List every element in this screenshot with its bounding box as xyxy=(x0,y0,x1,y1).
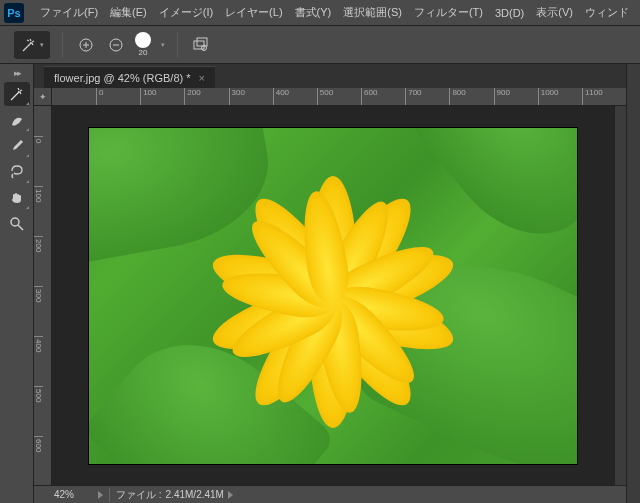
ruler-tick: 200 xyxy=(34,236,43,286)
ruler-tick: 300 xyxy=(229,88,273,106)
menu-image[interactable]: イメージ(I) xyxy=(153,5,219,20)
menu-3d[interactable]: 3D(D) xyxy=(489,7,530,19)
document-tab[interactable]: flower.jpg @ 42% (RGB/8) * × xyxy=(44,66,215,88)
ruler-tick: 1000 xyxy=(538,88,582,106)
right-panel-strip[interactable] xyxy=(626,64,640,503)
flyout-icon[interactable]: ▾ xyxy=(161,41,165,49)
document-tab-bar: flower.jpg @ 42% (RGB/8) * × xyxy=(34,64,626,88)
menu-edit[interactable]: 編集(E) xyxy=(104,5,153,20)
menu-type[interactable]: 書式(Y) xyxy=(289,5,338,20)
subtract-from-selection-button[interactable] xyxy=(105,34,127,56)
svg-point-7 xyxy=(11,218,19,226)
hand-icon xyxy=(8,189,26,207)
brush-tool-alt[interactable] xyxy=(4,134,30,158)
ruler-tick: 800 xyxy=(449,88,493,106)
tab-title: flower.jpg @ 42% (RGB/8) * xyxy=(54,72,191,84)
ruler-tick: 600 xyxy=(34,436,43,485)
doc-size-label: ファイル : xyxy=(116,488,162,502)
workspace: flower.jpg @ 42% (RGB/8) * × ✦ 0 100 200… xyxy=(34,64,626,503)
doc-size-value: 2.41M/2.41M xyxy=(166,489,224,500)
ruler-tick: 400 xyxy=(34,336,43,386)
wand-icon xyxy=(8,85,26,103)
svg-rect-3 xyxy=(194,41,204,49)
vertical-ruler[interactable]: 0 100 200 300 400 500 600 700 xyxy=(34,106,52,485)
menu-filter[interactable]: フィルター(T) xyxy=(408,5,489,20)
ruler-tick: 900 xyxy=(494,88,538,106)
menu-select[interactable]: 選択範囲(S) xyxy=(337,5,408,20)
svg-point-0 xyxy=(30,42,32,44)
flyout-icon[interactable] xyxy=(228,491,233,499)
ruler-origin[interactable]: ✦ xyxy=(34,88,52,106)
document-area: ✦ 0 100 200 300 400 500 600 700 800 900 … xyxy=(34,88,626,503)
flyout-icon: ▾ xyxy=(40,41,44,49)
layers-sample-icon xyxy=(192,36,210,54)
zoom-field[interactable]: 42% xyxy=(34,489,94,500)
add-to-selection-button[interactable] xyxy=(75,34,97,56)
brush-preview-icon xyxy=(135,32,151,48)
sunflower xyxy=(183,152,483,452)
lasso-icon xyxy=(8,163,26,181)
menu-window[interactable]: ウィンド xyxy=(579,5,635,20)
options-bar: ▾ 20 ▾ xyxy=(0,26,640,64)
collapse-toolbar-icon[interactable]: ▸▸ xyxy=(14,68,20,80)
menu-view[interactable]: 表示(V) xyxy=(530,5,579,20)
canvas-viewport[interactable] xyxy=(52,106,614,485)
horizontal-ruler[interactable]: 0 100 200 300 400 500 600 700 800 900 10… xyxy=(52,88,626,106)
hand-tool[interactable] xyxy=(4,186,30,210)
ruler-tick: 200 xyxy=(184,88,228,106)
wand-icon xyxy=(20,36,38,54)
brush-icon xyxy=(8,111,26,129)
magnifier-icon xyxy=(8,215,26,233)
canvas-image[interactable] xyxy=(89,128,577,464)
plus-target-icon xyxy=(78,37,94,53)
flyout-icon[interactable] xyxy=(98,491,103,499)
ruler-tick: 700 xyxy=(405,88,449,106)
app-logo: Ps xyxy=(4,3,24,23)
ruler-tick: 0 xyxy=(96,88,140,106)
vertical-scrollbar[interactable] xyxy=(614,106,626,485)
ruler-tick: 300 xyxy=(34,286,43,336)
svg-rect-4 xyxy=(197,38,207,46)
menu-bar: Ps ファイル(F) 編集(E) イメージ(I) レイヤー(L) 書式(Y) 選… xyxy=(0,0,640,26)
brush-tool[interactable] xyxy=(4,108,30,132)
zoom-tool[interactable] xyxy=(4,212,30,236)
ruler-tick: 1100 xyxy=(582,88,626,106)
ruler-tick: 0 xyxy=(34,136,43,186)
status-bar: 42% ファイル : 2.41M/2.41M xyxy=(34,485,626,503)
tools-panel: ▸▸ xyxy=(0,64,34,503)
menu-layer[interactable]: レイヤー(L) xyxy=(219,5,288,20)
tab-close-button[interactable]: × xyxy=(199,72,205,84)
brush-preset[interactable]: 20 xyxy=(135,32,151,57)
brush-size-label: 20 xyxy=(139,48,148,57)
divider xyxy=(109,488,110,502)
ruler-tick: 400 xyxy=(273,88,317,106)
paintbrush-icon xyxy=(8,137,26,155)
ruler-tick: 100 xyxy=(34,186,43,236)
current-tool-indicator[interactable]: ▾ xyxy=(14,31,50,59)
minus-target-icon xyxy=(108,37,124,53)
menu-file[interactable]: ファイル(F) xyxy=(34,5,104,20)
ruler-tick: 600 xyxy=(361,88,405,106)
ruler-tick: 100 xyxy=(140,88,184,106)
divider xyxy=(177,32,178,58)
lasso-tool[interactable] xyxy=(4,160,30,184)
ruler-tick: 500 xyxy=(34,386,43,436)
quick-selection-tool[interactable] xyxy=(4,82,30,106)
sample-all-layers-button[interactable] xyxy=(190,34,212,56)
ruler-tick: 500 xyxy=(317,88,361,106)
divider xyxy=(62,32,63,58)
svg-point-6 xyxy=(18,91,20,93)
